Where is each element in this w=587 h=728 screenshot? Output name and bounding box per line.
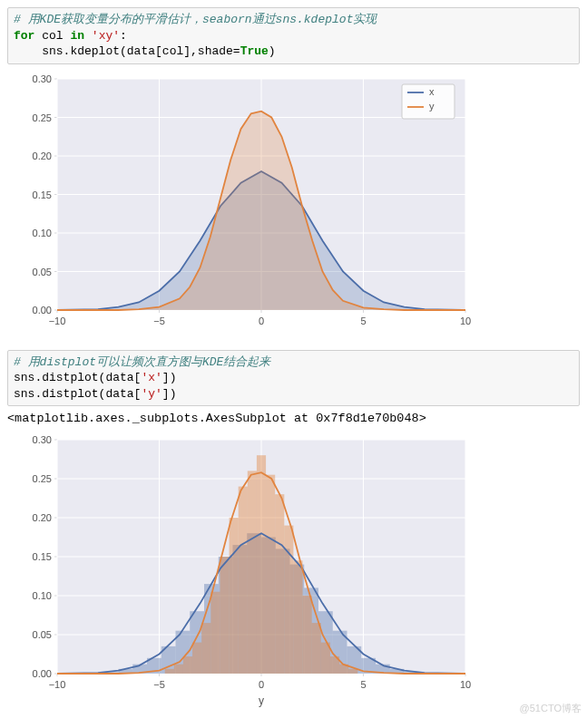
svg-rect-117 [312,623,321,674]
code-cell-1: # 用KDE获取变量分布的平滑估计，seaborn通过sns.kdeplot实现… [7,7,580,64]
svg-text:y: y [259,694,264,707]
svg-rect-115 [293,561,302,675]
code-text: ]) [162,371,177,384]
svg-rect-112 [266,475,275,674]
code-text: col [34,29,70,43]
code-cell-2: # 用distplot可以让频次直方图与KDE结合起来 sns.distplot… [7,350,580,407]
code-text: ) [269,44,276,58]
svg-text:0.05: 0.05 [33,266,52,277]
kw-for: for [14,29,34,43]
svg-text:y: y [429,101,435,112]
string-literal: 'x' [141,371,161,384]
svg-text:0.10: 0.10 [33,228,52,238]
svg-text:5: 5 [360,315,366,326]
svg-text:0.20: 0.20 [33,150,52,161]
svg-rect-104 [192,643,201,674]
svg-text:10: 10 [460,679,471,690]
svg-text:0: 0 [259,315,264,326]
svg-rect-105 [201,623,210,674]
kde-plot-svg: 0.000.050.100.150.200.250.30−10−50510xy [7,70,479,337]
svg-text:−10: −10 [49,315,66,326]
svg-text:0.05: 0.05 [33,629,52,640]
code-text: sns.kdeplot(data[col],shade= [14,44,240,58]
svg-rect-101 [165,669,174,674]
code-text: : [120,29,127,43]
svg-text:0.30: 0.30 [33,73,52,84]
svg-rect-102 [174,665,183,674]
comment: # 用distplot可以让频次直方图与KDE结合起来 [14,355,270,369]
svg-text:x: x [429,86,435,97]
cell-output-repr: <matplotlib.axes._subplots.AxesSubplot a… [7,412,580,425]
svg-text:0.15: 0.15 [33,551,52,562]
bool-literal: True [240,44,269,58]
svg-text:−5: −5 [153,315,165,326]
code-text: ]) [162,387,177,401]
svg-rect-37 [402,84,455,119]
svg-text:0.00: 0.00 [33,668,52,679]
svg-text:0.10: 0.10 [33,590,52,601]
string-literal: 'xy' [92,29,120,43]
svg-text:0.25: 0.25 [33,112,52,122]
svg-rect-107 [220,557,229,674]
kw-in: in [70,29,84,43]
svg-text:0.20: 0.20 [33,512,52,523]
string-literal: 'y' [141,387,161,401]
svg-text:−5: −5 [153,679,165,690]
code-text: sns.distplot(data[ [14,371,141,384]
svg-text:0.25: 0.25 [33,473,52,484]
svg-rect-108 [230,518,239,674]
svg-rect-113 [275,494,284,674]
svg-rect-110 [248,471,257,675]
distplot-svg: 0.000.050.100.150.200.250.30−10−50510y [7,431,479,712]
watermark: @51CTO博客 [520,702,582,715]
svg-text:0.30: 0.30 [33,434,52,445]
svg-text:−10: −10 [49,679,66,690]
svg-rect-103 [183,656,192,674]
code-text [84,29,92,43]
svg-rect-114 [284,526,293,674]
distplot-chart: 0.000.050.100.150.200.250.30−10−50510y @… [7,431,580,712]
svg-text:10: 10 [460,315,471,326]
kde-chart: 0.000.050.100.150.200.250.30−10−50510xy [7,70,580,337]
code-text: sns.distplot(data[ [14,387,141,401]
svg-rect-106 [210,592,220,674]
svg-rect-116 [303,596,312,674]
svg-rect-109 [239,487,248,674]
svg-text:5: 5 [360,679,366,690]
svg-rect-111 [257,455,266,674]
svg-text:0: 0 [259,679,264,690]
svg-text:0.15: 0.15 [33,189,52,199]
comment: # 用KDE获取变量分布的平滑估计，seaborn通过sns.kdeplot实现 [14,13,377,26]
svg-text:0.00: 0.00 [33,305,52,315]
